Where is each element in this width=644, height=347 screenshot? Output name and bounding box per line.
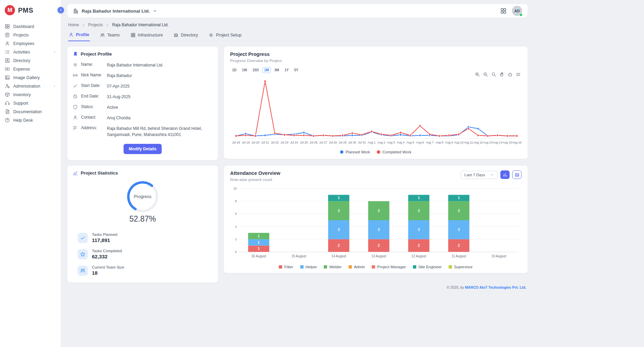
chevron-right-icon	[53, 85, 56, 88]
svg-text:10: 10	[234, 187, 237, 190]
card-title: Project Statistics	[73, 170, 212, 176]
home-icon[interactable]	[508, 72, 513, 77]
field-label: Contact:	[81, 115, 103, 120]
legend-completed-work[interactable]: Completed Work	[377, 150, 411, 154]
zoom-in-icon[interactable]	[475, 72, 480, 77]
sidebar-item-projects[interactable]: Projects	[0, 31, 61, 39]
breadcrumb-projects[interactable]: Projects	[88, 22, 103, 27]
card-subtitle: Role-wise present count	[230, 178, 280, 182]
company-name: Raja Bahadur International Ltd.	[82, 9, 150, 14]
sidebar-item-label: Dashboard	[13, 24, 34, 29]
tab-profile[interactable]: Profile	[68, 31, 90, 41]
shield-icon	[73, 105, 78, 109]
legend-project-manager[interactable]: Project Manager	[372, 265, 406, 269]
attendance-bar-chart[interactable]: 024681011116 August15 August233114 Augus…	[230, 184, 521, 265]
tab-infrastructure[interactable]: Infrastructure	[130, 31, 164, 41]
breadcrumb-home[interactable]: Home	[68, 22, 79, 27]
svg-text:Aug 12: Aug 12	[473, 141, 483, 144]
avatar[interactable]: AD	[512, 6, 522, 16]
card-title: Project Progress	[230, 51, 521, 57]
sidebar-item-administration[interactable]: Administration	[0, 82, 61, 90]
zoom-out-icon[interactable]	[483, 72, 488, 77]
range-1d[interactable]: 1D	[230, 67, 239, 73]
date-range-select[interactable]: Last 7 Days	[461, 171, 498, 179]
sidebar-item-support[interactable]: Support	[0, 99, 61, 107]
sidebar-item-activities[interactable]: Activities	[0, 48, 61, 56]
svg-text:3: 3	[418, 228, 420, 231]
headset-icon	[5, 101, 10, 106]
range-1w[interactable]: 1W	[240, 67, 249, 73]
legend-site-engineer[interactable]: Site Engineer	[413, 265, 442, 269]
table-view-toggle[interactable]	[512, 170, 521, 179]
person-icon	[69, 32, 74, 37]
sidebar-item-dashboard[interactable]: Dashboard	[0, 22, 61, 31]
field-name: Name: Raja Bahadur International Ltd.	[73, 62, 212, 68]
menu-icon[interactable]	[516, 72, 521, 77]
svg-text:3: 3	[378, 228, 380, 231]
sidebar-item-expense[interactable]: Expense	[0, 65, 61, 73]
legend-marker	[449, 265, 452, 269]
range-5y[interactable]: 5Y	[292, 67, 300, 73]
svg-text:0: 0	[235, 250, 237, 254]
apps-grid-icon[interactable]	[500, 8, 506, 14]
company-link[interactable]: MARCO AIoT Technologies Pvt. Ltd.	[465, 285, 526, 289]
sidebar-item-help-desk[interactable]: Help Desk	[0, 116, 61, 124]
attendance-controls: Last 7 Days	[461, 170, 521, 179]
svg-text:Aug 3: Aug 3	[387, 141, 395, 144]
field-value: Raja Bahadur	[107, 73, 132, 79]
field-value: 07-Apr-2025	[107, 83, 130, 89]
svg-text:3: 3	[378, 209, 380, 212]
sidebar-item-label: Help Desk	[13, 118, 33, 123]
tab-project-setup[interactable]: Project Setup	[208, 31, 242, 41]
svg-text:Jul 22: Jul 22	[271, 141, 279, 144]
chart-view-toggle[interactable]	[500, 170, 510, 179]
sidebar-collapse-button[interactable]	[58, 7, 64, 13]
card-title-text: Project Profile	[81, 51, 112, 57]
tab-teams[interactable]: Teams	[99, 31, 120, 41]
legend-admin[interactable]: Admin	[349, 265, 365, 269]
legend-marker	[300, 265, 304, 269]
legend-helper[interactable]: Helper	[300, 265, 317, 269]
sidebar-item-label: Documentation	[13, 109, 42, 114]
legend-marker	[324, 265, 327, 269]
field-nick-name: Nick Name: Raja Bahadur	[73, 73, 212, 79]
stat-value: 117,891	[92, 237, 117, 243]
svg-text:3: 3	[338, 209, 340, 212]
sidebar-item-directory[interactable]: Directory	[0, 56, 61, 65]
field-value: Anuj Chordia	[107, 115, 130, 121]
range-3m[interactable]: 3M	[272, 67, 281, 73]
field-label: Name:	[81, 62, 103, 67]
svg-text:2: 2	[378, 244, 380, 247]
field-end-date: End Date: 31-Aug-2025	[73, 94, 212, 100]
line-chart-icon	[73, 170, 78, 176]
chevron-right-icon	[53, 50, 56, 54]
range-1m[interactable]: 1M	[262, 67, 271, 73]
field-label: End Date:	[81, 94, 103, 99]
sidebar-item-label: Support	[13, 101, 28, 106]
sidebar-item-employees[interactable]: Employees	[0, 39, 61, 48]
tab-directory[interactable]: Directory	[173, 31, 198, 41]
logo-icon: M	[5, 5, 15, 15]
sidebar-item-image-gallery[interactable]: Image Gallery	[0, 73, 61, 82]
range-15d[interactable]: 15D	[251, 67, 261, 73]
stat-icon-box	[78, 249, 88, 259]
company-selector[interactable]: Raja Bahadur International Ltd.	[73, 8, 157, 14]
legend-welder[interactable]: Welder	[324, 265, 341, 269]
sidebar: M PMS Dashboard Projects Employees Activ…	[0, 0, 61, 347]
zoom-selection-icon[interactable]	[491, 72, 496, 77]
sidebar-item-documentation[interactable]: Documentation	[0, 107, 61, 116]
stat-value: 18	[92, 270, 124, 276]
range-1y[interactable]: 1Y	[283, 67, 291, 73]
bookmark-icon	[73, 51, 78, 57]
legend-planned-work[interactable]: Planned Work	[340, 150, 370, 154]
document-icon	[5, 109, 10, 114]
sidebar-item-inventory[interactable]: Inventory	[0, 90, 61, 99]
legend-fitter[interactable]: Fitter	[279, 265, 293, 269]
modify-details-button[interactable]: Modify Details	[124, 144, 161, 154]
logo[interactable]: M PMS	[0, 0, 61, 19]
progress-line-chart[interactable]: Jul 18Jul 19Jul 20Jul 21Jul 22Jul 23Jul …	[230, 74, 521, 150]
pan-icon[interactable]	[499, 72, 504, 77]
legend-supervisor[interactable]: Supervisor	[449, 265, 473, 269]
people-icon	[100, 33, 105, 37]
table-icon	[515, 172, 519, 177]
